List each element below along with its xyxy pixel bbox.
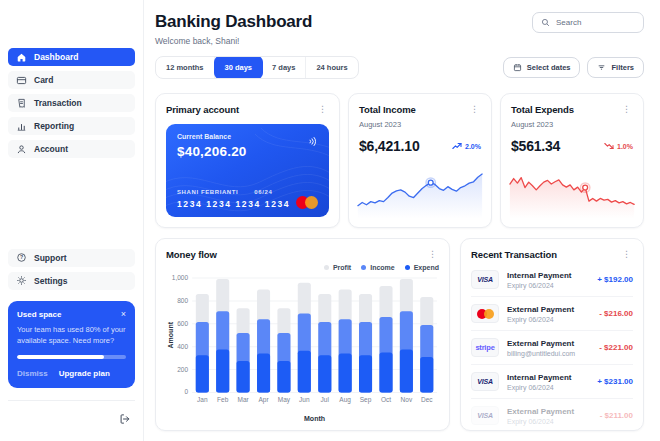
chart-legend: Profit Income Expend bbox=[166, 264, 439, 271]
used-space-body: Your team has used 80% of your available… bbox=[17, 324, 126, 347]
visa-logo: VISA bbox=[471, 270, 499, 289]
period-label: August 2023 bbox=[359, 120, 481, 129]
svg-text:Amount: Amount bbox=[167, 321, 174, 348]
sidebar-item-label: Account bbox=[34, 144, 68, 154]
trend-value: 2.0% bbox=[465, 143, 481, 150]
credit-card-icon bbox=[16, 75, 27, 86]
kebab-menu-icon[interactable]: ⋮ bbox=[316, 105, 329, 114]
svg-text:Jul: Jul bbox=[321, 396, 330, 403]
close-icon[interactable]: × bbox=[121, 310, 126, 319]
card-title: Primary account bbox=[166, 104, 239, 115]
transaction-subtitle: Expiry 06/2024 bbox=[507, 282, 589, 289]
transaction-row[interactable]: External Payment Expiry 06/2024 - $216.0… bbox=[471, 297, 633, 331]
svg-text:Month: Month bbox=[304, 415, 325, 422]
logout-button[interactable] bbox=[119, 411, 131, 429]
transaction-title: External Payment bbox=[507, 407, 592, 416]
card-title: Total Income bbox=[359, 104, 416, 115]
visa-logo: VISA bbox=[471, 406, 499, 425]
kebab-menu-icon[interactable]: ⋮ bbox=[468, 105, 481, 114]
tab-30-days[interactable]: 30 days bbox=[214, 56, 264, 79]
sidebar-item-label: Reporting bbox=[34, 121, 74, 131]
contactless-icon bbox=[307, 133, 318, 144]
expend-legend-dot bbox=[405, 265, 410, 270]
trend-badge: 2.0% bbox=[452, 142, 481, 150]
sidebar-item-reporting[interactable]: Reporting bbox=[8, 117, 135, 135]
income-legend-dot bbox=[361, 265, 366, 270]
dismiss-button[interactable]: Dismiss bbox=[17, 369, 48, 378]
card-holder: SHANI FEBRIANTI bbox=[177, 189, 238, 195]
credit-card[interactable]: Current Balance $40,206.20 SHANI FEBRIAN… bbox=[166, 124, 329, 217]
transaction-subtitle: Expiry 06/2024 bbox=[507, 384, 589, 391]
svg-text:Apr: Apr bbox=[258, 396, 269, 404]
legend-label: Profit bbox=[333, 264, 351, 271]
kebab-menu-icon[interactable]: ⋮ bbox=[620, 250, 633, 259]
filter-lines-icon bbox=[597, 63, 606, 72]
transaction-subtitle: Expiry 06/2024 bbox=[507, 316, 591, 323]
transaction-title: Internal Payment bbox=[507, 271, 589, 280]
welcome-text: Welcome back, Shani! bbox=[155, 36, 312, 46]
money-flow-bar-chart: 02004006008001,000JanFebMarAprMayJunJulA… bbox=[166, 273, 439, 424]
svg-text:0: 0 bbox=[184, 388, 188, 395]
svg-text:Jun: Jun bbox=[299, 396, 310, 403]
calendar-icon bbox=[513, 63, 522, 72]
select-dates-button[interactable]: Select dates bbox=[503, 57, 581, 78]
svg-text:800: 800 bbox=[177, 297, 188, 304]
sidebar-item-dashboard[interactable]: Dashboard bbox=[8, 48, 135, 66]
upgrade-plan-button[interactable]: Upgrade plan bbox=[59, 369, 110, 378]
transaction-subtitle: Expiry 06/2024 bbox=[507, 418, 592, 425]
kebab-menu-icon[interactable]: ⋮ bbox=[426, 250, 439, 259]
total-expends-card: Total Expends ⋮ August 2023 $561.34 1.0% bbox=[500, 93, 644, 228]
transaction-amount: - $221.00 bbox=[599, 343, 633, 352]
transaction-row[interactable]: VISA External Payment Expiry 06/2024 - $… bbox=[471, 399, 633, 431]
topbar: Banking Dashboard Welcome back, Shani! bbox=[155, 12, 644, 46]
tab-12-months[interactable]: 12 months bbox=[156, 57, 215, 78]
sidebar-item-support[interactable]: ? Support bbox=[8, 249, 135, 267]
trend-up-icon bbox=[452, 142, 462, 150]
svg-text:Nov: Nov bbox=[401, 396, 413, 403]
kebab-menu-icon[interactable]: ⋮ bbox=[620, 105, 633, 114]
help-icon: ? bbox=[16, 252, 27, 263]
legend-label: Expend bbox=[414, 264, 439, 271]
income-sparkline-chart bbox=[356, 162, 484, 218]
expends-value: $561.34 bbox=[511, 138, 560, 154]
svg-text:200: 200 bbox=[177, 366, 188, 373]
search-input[interactable] bbox=[556, 18, 635, 27]
user-icon bbox=[16, 144, 27, 155]
logout-icon bbox=[119, 413, 131, 425]
transaction-amount: + $231.00 bbox=[597, 377, 633, 386]
balance-label: Current Balance bbox=[177, 133, 318, 140]
income-value: $6,421.10 bbox=[359, 138, 419, 154]
storage-progress-bar bbox=[17, 355, 126, 359]
profit-legend-dot bbox=[324, 265, 329, 270]
legend-label: Income bbox=[370, 264, 395, 271]
mastercard-logo bbox=[296, 196, 318, 209]
svg-text:May: May bbox=[278, 396, 291, 404]
svg-text:Mar: Mar bbox=[238, 396, 250, 403]
transaction-subtitle: billing@untitledui.com bbox=[507, 350, 591, 357]
transaction-title: Internal Payment bbox=[507, 373, 589, 382]
sidebar-item-account[interactable]: Account bbox=[8, 140, 135, 158]
trend-down-icon bbox=[604, 142, 614, 150]
svg-text:600: 600 bbox=[177, 320, 188, 327]
sidebar-spacer bbox=[8, 163, 135, 249]
page-title: Banking Dashboard bbox=[155, 12, 312, 32]
sidebar-item-transaction[interactable]: Transaction bbox=[8, 94, 135, 112]
sidebar-item-label: Settings bbox=[34, 276, 68, 286]
transaction-row[interactable]: VISA Internal Payment Expiry 06/2024 + $… bbox=[471, 365, 633, 399]
expends-sparkline-chart bbox=[508, 162, 636, 218]
search-box[interactable] bbox=[532, 12, 644, 33]
svg-text:?: ? bbox=[20, 254, 23, 260]
transaction-row[interactable]: stripe External Payment billing@untitled… bbox=[471, 331, 633, 365]
transaction-amount: - $211.00 bbox=[600, 411, 633, 420]
tab-7-days[interactable]: 7 days bbox=[262, 57, 306, 78]
transaction-amount: + $192.00 bbox=[597, 275, 633, 284]
trend-badge: 1.0% bbox=[604, 142, 633, 150]
recent-transactions-card: Recent Transaction ⋮ VISA Internal Payme… bbox=[460, 238, 644, 431]
transaction-row[interactable]: VISA Internal Payment Expiry 06/2024 + $… bbox=[471, 263, 633, 297]
tab-24-hours[interactable]: 24 hours bbox=[306, 57, 357, 78]
svg-text:Aug: Aug bbox=[339, 396, 351, 404]
sidebar-item-settings[interactable]: Settings bbox=[8, 272, 135, 290]
primary-account-card: Primary account ⋮ Current Balance $40,20… bbox=[155, 93, 340, 228]
filters-button[interactable]: Filters bbox=[587, 57, 644, 78]
sidebar-item-card[interactable]: Card bbox=[8, 71, 135, 89]
